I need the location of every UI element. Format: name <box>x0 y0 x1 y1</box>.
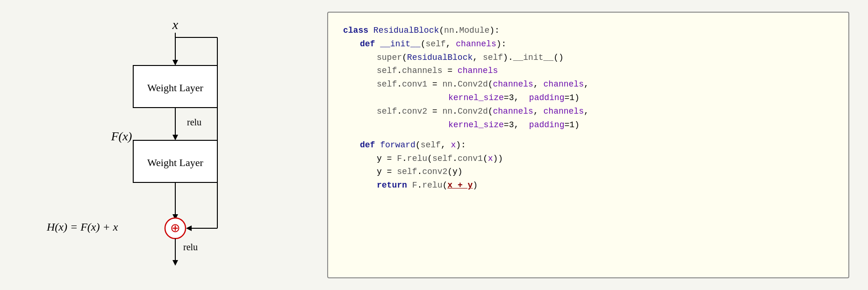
diagram-panel: x Weight Layer relu Weight Layer ⊕ <box>19 9 308 281</box>
svg-marker-12 <box>172 260 178 266</box>
code-line-11: y = self.conv2(y) <box>343 165 833 179</box>
code-line-4: self.channels = channels <box>343 64 833 78</box>
svg-text:x: x <box>172 17 179 32</box>
code-line-9: def forward(self, x): <box>343 138 833 152</box>
main-container: x Weight Layer relu Weight Layer ⊕ <box>0 0 868 290</box>
svg-marker-2 <box>172 60 178 65</box>
fx-label: F(x) <box>111 130 132 143</box>
code-line-10: y = F.relu(self.conv1(x)) <box>343 152 833 166</box>
relu-label-2: relu <box>183 242 198 252</box>
code-panel: class ResidualBlock(nn.Module): def __in… <box>327 12 849 278</box>
code-line-8: kernel_size=3, padding=1) <box>343 118 833 132</box>
code-line-5: self.conv1 = nn.Conv2d(channels, channel… <box>343 78 833 91</box>
hx-label: H(x) = F(x) + x <box>46 221 118 233</box>
weight-layer-1-label: Weight Layer <box>147 82 203 94</box>
weight-layer-2-label: Weight Layer <box>147 157 203 168</box>
blank-line <box>343 131 833 138</box>
relu-label-1: relu <box>187 117 201 127</box>
svg-marker-16 <box>186 225 192 231</box>
code-line-2: def __init__(self, channels): <box>343 37 833 51</box>
code-line-7: self.conv2 = nn.Conv2d(channels, channel… <box>343 105 833 118</box>
code-line-12: return F.relu(x + y) <box>343 179 833 192</box>
code-line-3: super(ResidualBlock, self).__init__() <box>343 51 833 65</box>
svg-marker-5 <box>172 135 178 140</box>
code-line-1: class ResidualBlock(nn.Module): <box>343 24 833 37</box>
code-line-6: kernel_size=3, padding=1) <box>343 91 833 105</box>
svg-text:⊕: ⊕ <box>170 221 180 235</box>
